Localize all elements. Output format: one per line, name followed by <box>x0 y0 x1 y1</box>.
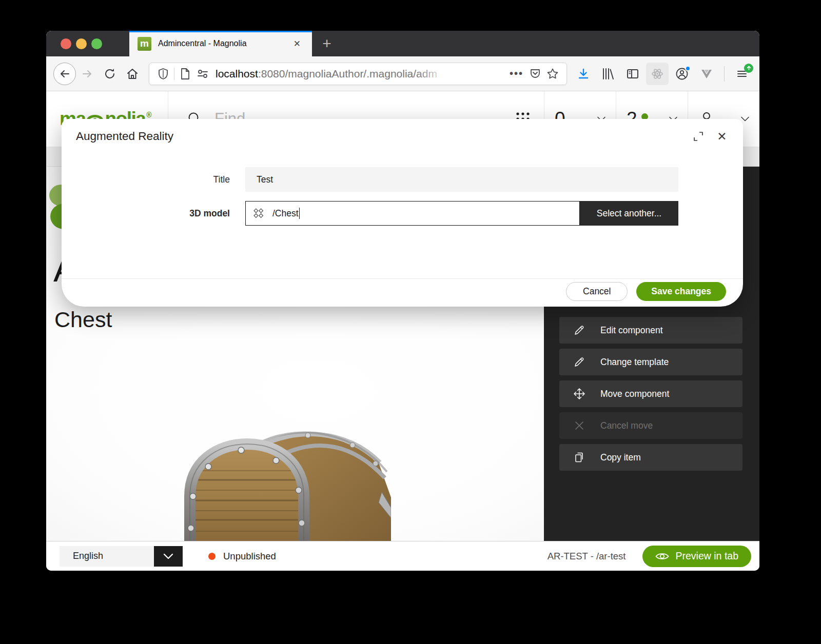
page-editor-statusbar: English Unpublished AR-TEST - /ar-test P… <box>46 541 759 571</box>
home-button[interactable] <box>121 63 144 85</box>
expand-dialog-button[interactable] <box>691 129 706 144</box>
language-chevron-button[interactable] <box>154 546 183 567</box>
downloads-button[interactable] <box>572 63 595 85</box>
sidebar-toggle-button[interactable] <box>621 63 644 85</box>
chevron-down-icon <box>163 553 173 559</box>
permissions-icon[interactable] <box>194 65 211 83</box>
account-button[interactable] <box>671 63 693 85</box>
url-path: :8080/magnoliaAuthor/.magnolia/adm <box>258 68 437 79</box>
move-component-button[interactable]: Move component <box>559 380 742 407</box>
forward-arrow-icon <box>81 68 93 80</box>
page-reference: AR-TEST - /ar-test <box>548 551 626 562</box>
panel-item-label: Edit component <box>600 325 663 336</box>
back-button[interactable] <box>53 63 76 85</box>
model-field-label: 3D model <box>62 208 245 219</box>
expand-icon <box>692 130 705 143</box>
react-devtools-button[interactable] <box>646 63 669 85</box>
react-atom-icon <box>651 67 664 80</box>
vue-devtools-button[interactable] <box>695 63 718 85</box>
minimize-window-button[interactable] <box>76 38 87 49</box>
preview-label: Preview in tab <box>676 550 738 562</box>
asset-diamonds-icon <box>253 208 264 219</box>
select-another-button[interactable]: Select another... <box>580 201 678 226</box>
back-arrow-icon <box>58 68 71 80</box>
page-info-icon[interactable] <box>177 65 194 83</box>
bookmark-star-icon[interactable] <box>544 65 561 83</box>
text-caret <box>299 208 300 219</box>
reload-button[interactable] <box>99 63 121 85</box>
tracking-protection-shield-icon[interactable] <box>154 65 172 83</box>
copy-item-button[interactable]: Copy item <box>559 444 742 471</box>
update-available-badge <box>744 64 753 73</box>
home-icon <box>126 68 139 80</box>
new-tab-button[interactable]: + <box>312 31 342 56</box>
forward-button[interactable] <box>76 63 99 85</box>
sidebar-icon <box>626 67 639 80</box>
dialog-footer: Cancel Save changes <box>62 278 743 307</box>
component-heading: Chest <box>54 307 112 332</box>
magnolia-favicon-icon: m <box>138 37 151 51</box>
cancel-move-button[interactable]: Cancel move <box>559 412 742 439</box>
download-icon <box>577 68 590 80</box>
title-input[interactable]: Test <box>245 167 678 192</box>
url-text[interactable]: localhost:8080/magnoliaAuthor/.magnolia/… <box>216 68 453 80</box>
model-input[interactable]: /Chest <box>245 201 580 226</box>
pencil-icon <box>573 355 586 369</box>
divider <box>724 66 725 82</box>
model-field-row: 3D model /Chest Select another... <box>62 201 743 226</box>
augmented-reality-dialog: Augmented Reality ✕ Title Test 3D model … <box>62 119 743 307</box>
close-window-button[interactable] <box>61 38 71 49</box>
panel-item-label: Cancel move <box>600 420 653 431</box>
model-input-value: /Chest <box>272 208 299 219</box>
unpublished-status-dot <box>208 553 216 560</box>
change-template-button[interactable]: Change template <box>559 349 742 375</box>
save-changes-button[interactable]: Save changes <box>636 282 726 301</box>
vue-logo-icon <box>700 67 713 80</box>
account-notification-dot <box>685 66 691 71</box>
close-icon: ✕ <box>717 130 727 144</box>
menu-button[interactable] <box>731 63 753 85</box>
pencil-icon <box>573 324 586 337</box>
preview-in-tab-button[interactable]: Preview in tab <box>642 546 751 567</box>
browser-window: m Admincentral - Magnolia ✕ + <box>46 31 759 571</box>
cancel-button[interactable]: Cancel <box>566 282 628 301</box>
copy-icon <box>573 451 586 464</box>
panel-item-label: Change template <box>600 357 669 368</box>
divider <box>174 68 174 80</box>
publication-status: Unpublished <box>208 551 276 562</box>
library-icon <box>601 67 615 80</box>
move-icon <box>573 387 586 400</box>
title-input-value: Test <box>257 174 273 185</box>
chevron-down-icon <box>741 116 749 122</box>
browser-tab-bar: m Admincentral - Magnolia ✕ + <box>46 31 759 56</box>
url-host: localhost <box>216 68 258 79</box>
dialog-title: Augmented Reality <box>76 130 682 143</box>
edit-component-button[interactable]: Edit component <box>559 317 742 344</box>
title-field-row: Title Test <box>62 167 743 192</box>
chest-3d-model-image <box>175 431 391 541</box>
window-controls <box>46 31 129 56</box>
zoom-window-button[interactable] <box>91 38 102 49</box>
pocket-save-icon[interactable] <box>526 65 544 83</box>
panel-item-label: Move component <box>600 389 669 399</box>
title-field-label: Title <box>62 174 245 185</box>
eye-icon <box>655 552 669 561</box>
browser-tab[interactable]: m Admincentral - Magnolia ✕ <box>129 31 312 56</box>
language-select[interactable]: English <box>60 546 183 567</box>
close-icon <box>573 419 586 432</box>
close-dialog-button[interactable]: ✕ <box>714 129 730 144</box>
address-bar[interactable]: localhost:8080/magnoliaAuthor/.magnolia/… <box>149 63 567 85</box>
page-actions-icon[interactable]: ••• <box>506 68 526 79</box>
browser-toolbar: localhost:8080/magnoliaAuthor/.magnolia/… <box>46 56 759 91</box>
reload-icon <box>104 68 116 80</box>
library-button[interactable] <box>597 63 619 85</box>
language-value: English <box>60 546 154 567</box>
tab-title: Admincentral - Magnolia <box>158 39 290 48</box>
close-tab-icon[interactable]: ✕ <box>290 36 304 51</box>
status-label: Unpublished <box>223 551 276 562</box>
panel-item-label: Copy item <box>600 452 641 463</box>
